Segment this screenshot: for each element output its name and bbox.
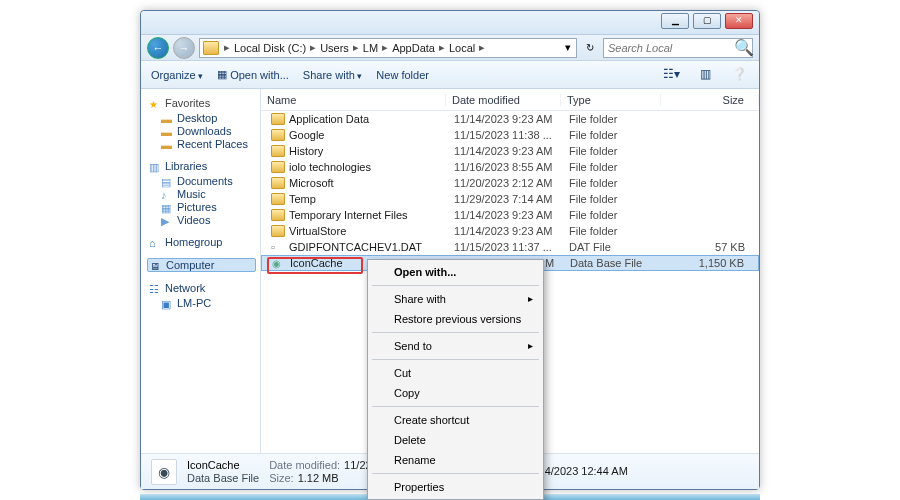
file-date: 11/15/2023 11:37 ... xyxy=(454,241,569,253)
file-row[interactable]: Microsoft11/20/2023 2:12 AMFile folder xyxy=(261,175,759,191)
breadcrumb-segment[interactable]: Local Disk (C:) xyxy=(232,42,308,54)
search-icon[interactable]: 🔍 xyxy=(734,38,752,57)
nav-favorites[interactable]: Favorites xyxy=(149,97,256,109)
file-size: 1,150 KB xyxy=(670,257,758,269)
new-folder-button[interactable]: New folder xyxy=(376,69,429,81)
homegroup-icon xyxy=(149,237,161,247)
pc-icon xyxy=(161,298,173,308)
refresh-button[interactable]: ↻ xyxy=(581,39,599,57)
file-date: 11/29/2023 7:14 AM xyxy=(454,193,569,205)
file-type: Data Base File xyxy=(570,257,670,269)
documents-icon xyxy=(161,176,173,186)
ctx-restore-previous-versions[interactable]: Restore previous versions xyxy=(370,309,541,329)
music-icon xyxy=(161,189,173,199)
ctx-open-with[interactable]: Open with... xyxy=(370,262,541,282)
ctx-create-shortcut[interactable]: Create shortcut xyxy=(370,410,541,430)
file-size: 57 KB xyxy=(669,241,759,253)
toolbar: Organize ▦Open with... Share with New fo… xyxy=(141,61,759,89)
back-button[interactable]: ← xyxy=(147,37,169,59)
file-row[interactable]: Temporary Internet Files11/14/2023 9:23 … xyxy=(261,207,759,223)
help-button[interactable]: ❔ xyxy=(729,67,749,83)
file-row[interactable]: Temp11/29/2023 7:14 AMFile folder xyxy=(261,191,759,207)
nav-videos[interactable]: Videos xyxy=(161,214,256,226)
search-box[interactable]: 🔍 xyxy=(603,38,753,58)
ctx-properties[interactable]: Properties xyxy=(370,477,541,497)
libraries-icon xyxy=(149,161,161,171)
file-row[interactable]: History11/14/2023 9:23 AMFile folder xyxy=(261,143,759,159)
file-list: Name Date modified Type Size Application… xyxy=(261,89,759,457)
view-menu[interactable]: ☷▾ xyxy=(661,67,681,83)
file-name: GDIPFONTCACHEV1.DAT xyxy=(289,241,454,253)
nav-downloads[interactable]: Downloads xyxy=(161,125,256,137)
ctx-rename[interactable]: Rename xyxy=(370,450,541,470)
search-input[interactable] xyxy=(604,42,734,54)
file-row[interactable]: Application Data11/14/2023 9:23 AMFile f… xyxy=(261,111,759,127)
file-type: File folder xyxy=(569,145,669,157)
file-icon xyxy=(271,241,285,253)
folder-icon xyxy=(161,113,173,123)
nav-desktop[interactable]: Desktop xyxy=(161,112,256,124)
nav-network[interactable]: Network xyxy=(149,282,256,294)
navigation-pane: Favorites Desktop Downloads Recent Place… xyxy=(141,89,261,457)
nav-recent-places[interactable]: Recent Places xyxy=(161,138,256,150)
status-label: Size: xyxy=(269,472,293,484)
breadcrumb-segment[interactable]: AppData xyxy=(390,42,437,54)
chevron-right-icon[interactable]: ▸ xyxy=(380,41,390,54)
ctx-copy[interactable]: Copy xyxy=(370,383,541,403)
network-icon xyxy=(149,283,161,293)
chevron-right-icon[interactable]: ▸ xyxy=(222,41,232,54)
file-type: File folder xyxy=(569,113,669,125)
breadcrumb[interactable]: ▸ Local Disk (C:)▸ Users▸ LM▸ AppData▸ L… xyxy=(199,38,577,58)
chevron-right-icon[interactable]: ▸ xyxy=(477,41,487,54)
minimize-button[interactable]: ▁ xyxy=(661,13,689,29)
history-dropdown[interactable]: ▾ xyxy=(560,41,576,54)
close-button[interactable]: ✕ xyxy=(725,13,753,29)
nav-computer[interactable]: Computer xyxy=(147,258,256,272)
maximize-button[interactable]: ▢ xyxy=(693,13,721,29)
ctx-send-to[interactable]: Send to xyxy=(370,336,541,356)
nav-documents[interactable]: Documents xyxy=(161,175,256,187)
column-size[interactable]: Size xyxy=(661,94,759,106)
column-type[interactable]: Type xyxy=(561,94,661,106)
column-name[interactable]: Name xyxy=(261,94,446,106)
chevron-right-icon[interactable]: ▸ xyxy=(351,41,361,54)
separator xyxy=(372,359,539,360)
file-row[interactable]: iolo technologies11/16/2023 8:55 AMFile … xyxy=(261,159,759,175)
nav-pictures[interactable]: Pictures xyxy=(161,201,256,213)
status-value: 1.12 MB xyxy=(298,472,339,484)
preview-pane-button[interactable]: ▥ xyxy=(695,67,715,83)
titlebar[interactable]: ▁ ▢ ✕ xyxy=(141,11,759,35)
file-type-icon: ◉ xyxy=(151,459,177,485)
organize-menu[interactable]: Organize xyxy=(151,69,203,81)
chevron-right-icon[interactable]: ▸ xyxy=(437,41,447,54)
file-row[interactable]: GDIPFONTCACHEV1.DAT11/15/2023 11:37 ...D… xyxy=(261,239,759,255)
folder-icon xyxy=(271,113,285,125)
folder-icon xyxy=(271,209,285,221)
file-date: 11/14/2023 9:23 AM xyxy=(454,209,569,221)
breadcrumb-segment[interactable]: LM xyxy=(361,42,380,54)
videos-icon xyxy=(161,215,173,225)
file-row[interactable]: VirtualStore11/14/2023 9:23 AMFile folde… xyxy=(261,223,759,239)
address-bar: ← → ▸ Local Disk (C:)▸ Users▸ LM▸ AppDat… xyxy=(141,35,759,61)
explorer-window: ▁ ▢ ✕ ← → ▸ Local Disk (C:)▸ Users▸ LM▸ … xyxy=(140,10,760,490)
nav-libraries[interactable]: Libraries xyxy=(149,160,256,172)
computer-icon xyxy=(150,260,162,270)
file-name: Microsoft xyxy=(289,177,454,189)
open-with-button[interactable]: ▦Open with... xyxy=(217,68,289,81)
breadcrumb-segment[interactable]: Users xyxy=(318,42,351,54)
share-with-menu[interactable]: Share with xyxy=(303,69,363,81)
nav-homegroup[interactable]: Homegroup xyxy=(149,236,256,248)
nav-music[interactable]: Music xyxy=(161,188,256,200)
column-date-modified[interactable]: Date modified xyxy=(446,94,561,106)
forward-button[interactable]: → xyxy=(173,37,195,59)
separator xyxy=(372,285,539,286)
nav-pc[interactable]: LM-PC xyxy=(161,297,256,309)
breadcrumb-segment[interactable]: Local xyxy=(447,42,477,54)
chevron-right-icon[interactable]: ▸ xyxy=(308,41,318,54)
drive-icon xyxy=(203,41,219,55)
ctx-cut[interactable]: Cut xyxy=(370,363,541,383)
pictures-icon xyxy=(161,202,173,212)
file-row[interactable]: Google11/15/2023 11:38 ...File folder xyxy=(261,127,759,143)
ctx-share-with[interactable]: Share with xyxy=(370,289,541,309)
ctx-delete[interactable]: Delete xyxy=(370,430,541,450)
